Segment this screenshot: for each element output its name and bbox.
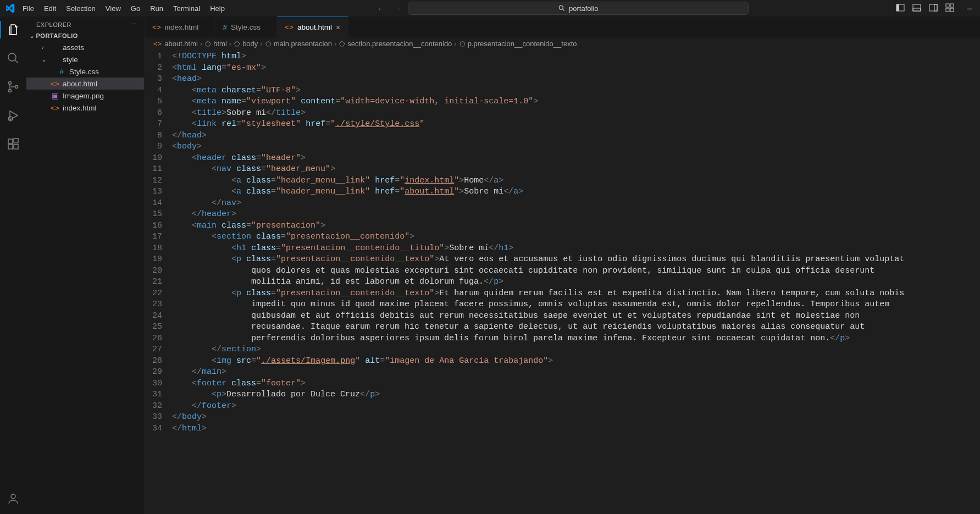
code-line[interactable]: <body> (172, 141, 980, 153)
code-line[interactable]: </nav> (172, 198, 980, 209)
menu-item-edit[interactable]: Edit (39, 2, 61, 15)
tab-index-html[interactable]: <>index.html× (145, 16, 215, 37)
project-root[interactable]: ⌄ PORTAFOLIO (26, 30, 144, 41)
activity-source-control-icon[interactable] (0, 78, 26, 96)
toggle-secondary-sidebar-icon[interactable] (929, 3, 938, 14)
svg-point-16 (15, 86, 18, 89)
code-line[interactable]: <img src="./assets/Imagem.png" alt="imag… (172, 356, 980, 367)
code-line[interactable]: impedit quo minus id quod maxime placeat… (172, 299, 980, 311)
nav-back-icon[interactable]: ← (377, 4, 384, 13)
project-name: PORTAFOLIO (36, 32, 78, 39)
command-center-search[interactable]: portafolio (408, 2, 749, 15)
line-number: 29 (150, 367, 162, 378)
menu-item-terminal[interactable]: Terminal (168, 2, 205, 15)
code-line[interactable]: perferendis doloribus asperiores ipsum d… (172, 333, 980, 345)
code-line[interactable]: <title>Sobre mi</title> (172, 108, 980, 119)
breadcrumb-item[interactable]: <>about.html (153, 40, 198, 48)
menu-item-go[interactable]: Go (126, 2, 145, 15)
line-number: 22 (150, 288, 162, 300)
code-line[interactable]: quibusdam et aut officiis debitis aut re… (172, 311, 980, 322)
code-line[interactable]: </section> (172, 344, 980, 356)
code-line[interactable]: <p>Desarrollado por Dulce Cruz</p> (172, 389, 980, 401)
code-line[interactable]: <meta charset="UTF-8"> (172, 85, 980, 97)
code-content[interactable]: <!DOCTYPE html><html lang="es-mx"><head>… (172, 51, 980, 514)
menu-item-selection[interactable]: Selection (61, 2, 100, 15)
file-index-html[interactable]: <>index.html (26, 102, 144, 114)
minimize-icon[interactable]: ─ (967, 4, 972, 13)
customize-layout-icon[interactable] (945, 3, 954, 14)
breadcrumb-item[interactable]: ⬠p.presentacion__contenido__texto (459, 40, 577, 48)
code-line[interactable]: <main class="presentacion"> (172, 220, 980, 232)
svg-point-14 (9, 82, 12, 85)
file-imagem-png[interactable]: ▣Imagem.png (26, 90, 144, 102)
line-number: 26 (150, 333, 162, 345)
toggle-primary-sidebar-icon[interactable] (896, 3, 905, 14)
activity-debug-icon[interactable] (0, 107, 26, 124)
code-line[interactable]: <p class="presentacion__contenido__texto… (172, 254, 980, 266)
chevron-down-icon: ⌄ (30, 33, 35, 39)
file-style-css[interactable]: #Style.css (26, 65, 144, 78)
code-line[interactable]: recusandae. Itaque earum rerum hic tenet… (172, 322, 980, 333)
code-line[interactable]: </footer> (172, 401, 980, 412)
breadcrumb-item[interactable]: ⬠html (204, 40, 227, 48)
breadcrumb-item[interactable]: ⬠main.presentacion (265, 40, 332, 48)
file-icon: <> (51, 104, 59, 112)
tab-about-html[interactable]: <>about.html× (277, 16, 348, 37)
code-line[interactable]: <meta name="viewport" content="width=dev… (172, 96, 980, 108)
code-line[interactable]: mollitia animi, id est laborum et doloru… (172, 277, 980, 288)
breadcrumb[interactable]: <>about.html›⬠html›⬠body›⬠main.presentac… (145, 37, 980, 51)
code-line[interactable]: </body> (172, 412, 980, 423)
folder-assets[interactable]: ›assets (26, 41, 144, 53)
menu-item-help[interactable]: Help (205, 2, 230, 15)
code-line[interactable]: <h1 class="presentacion__contenido__titu… (172, 243, 980, 255)
activity-extensions-icon[interactable] (0, 135, 26, 153)
tree-item-label: assets (63, 43, 84, 52)
code-line[interactable]: <link rel="stylesheet" href="./style/Sty… (172, 119, 980, 130)
sidebar-more-icon[interactable]: ⋯ (130, 21, 137, 28)
toggle-panel-icon[interactable] (912, 3, 921, 14)
tag-icon: ⬠ (205, 40, 211, 48)
code-line[interactable]: <!DOCTYPE html> (172, 51, 980, 63)
line-number: 19 (150, 254, 162, 266)
svg-rect-8 (946, 4, 949, 7)
code-editor[interactable]: 1234567891011121314151617181920212223242… (145, 51, 980, 514)
activity-search-icon[interactable] (0, 49, 26, 67)
line-number: 33 (150, 412, 162, 423)
breadcrumb-item[interactable]: ⬠body (234, 40, 258, 48)
svg-rect-20 (14, 145, 18, 149)
chevron-down-icon: ⌄ (42, 57, 47, 63)
code-line[interactable]: <p class="presentacion__contenido__texto… (172, 288, 980, 300)
file-about-html[interactable]: <>about.html (26, 78, 144, 90)
folder-style[interactable]: ⌄style (26, 53, 144, 65)
code-line[interactable]: <html lang="es-mx"> (172, 63, 980, 74)
code-line[interactable]: <a class="header_menu__link" href="index… (172, 175, 980, 187)
code-line[interactable]: <nav class="header_menu"> (172, 164, 980, 175)
menu-item-run[interactable]: Run (145, 2, 168, 15)
tab-style-css[interactable]: #Style.css× (215, 16, 278, 37)
breadcrumb-item[interactable]: ⬠section.presentacion__contenido (339, 40, 452, 48)
nav-forward-icon[interactable]: → (394, 4, 401, 13)
line-number: 30 (150, 378, 162, 390)
code-line[interactable]: <footer class="footer"> (172, 378, 980, 390)
line-number: 25 (150, 322, 162, 333)
menu-item-file[interactable]: File (18, 2, 39, 15)
close-icon[interactable]: × (336, 23, 340, 32)
code-line[interactable]: </header> (172, 209, 980, 220)
code-line[interactable]: <head> (172, 74, 980, 85)
code-line[interactable]: <header class="header"> (172, 153, 980, 164)
svg-rect-19 (8, 145, 13, 149)
activity-explorer-icon[interactable] (0, 21, 26, 38)
activity-accounts-icon[interactable] (0, 490, 26, 507)
code-line[interactable]: </main> (172, 367, 980, 378)
line-number: 18 (150, 243, 162, 255)
breadcrumb-separator-icon: › (334, 40, 336, 48)
breadcrumb-label: about.html (164, 40, 198, 48)
code-line[interactable]: </html> (172, 423, 980, 435)
code-line[interactable]: <a class="header_menu__link" href="about… (172, 186, 980, 198)
code-line[interactable]: quos dolores et quas molestias excepturi… (172, 266, 980, 277)
menu-item-view[interactable]: View (101, 2, 126, 15)
svg-rect-4 (913, 4, 921, 11)
code-line[interactable]: </head> (172, 130, 980, 142)
svg-rect-7 (934, 4, 937, 11)
code-line[interactable]: <section class="presentacion__contenido"… (172, 231, 980, 243)
